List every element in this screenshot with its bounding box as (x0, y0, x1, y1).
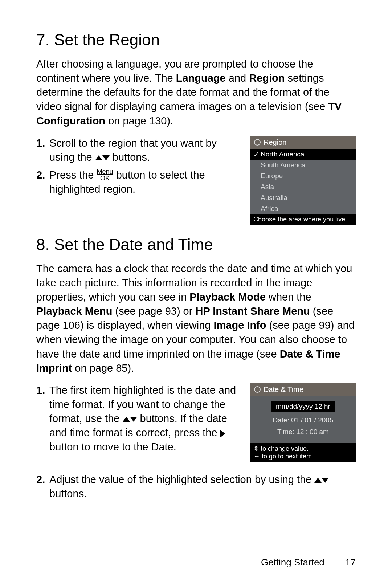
lcd-datetime-title: Date & Time (264, 385, 303, 394)
arrow-down-icon (130, 417, 137, 422)
section7-steps: Scroll to the region that you want by us… (36, 136, 245, 200)
step-1: The first item highlighted is the date a… (36, 383, 245, 454)
text: (see page 93) or (113, 305, 196, 317)
text: to change value. (261, 445, 309, 452)
bold: Playback Menu (36, 305, 113, 317)
bold: Playback Mode (189, 291, 266, 303)
step-1: Scroll to the region that you want by us… (36, 136, 245, 164)
arrow-right-icon (220, 430, 225, 437)
clock-icon (254, 386, 261, 393)
globe-icon (254, 139, 261, 146)
footer-line1: ⇕ to change value. (253, 445, 353, 453)
text: buttons. (113, 151, 150, 163)
arrow-up-icon (314, 478, 322, 483)
text: button to move to the Date. (49, 441, 176, 453)
lcd-date-line: Date: 01 / 01 / 2005 (254, 416, 352, 424)
ok-label: OK (97, 175, 113, 181)
check-icon: ✓ (253, 150, 259, 159)
lcd-datetime-format: mm/dd/yyyy 12 hr (271, 401, 335, 412)
text: to go to next item. (262, 453, 314, 460)
text: and (226, 72, 249, 84)
section8-step2-list: Adjust the value of the highlighted sele… (36, 473, 356, 501)
lcd-item: Asia (250, 181, 356, 192)
text: Adjust the value of the highlighted sele… (49, 474, 314, 485)
bold: HP Instant Share Menu (195, 305, 310, 317)
lcd-datetime-screenshot: Date & Time mm/dd/yyyy 12 hr Date: 01 / … (250, 383, 356, 462)
section8-intro: The camera has a clock that records the … (36, 262, 356, 375)
section8-step1-row: The first item highlighted is the date a… (36, 383, 356, 462)
text: Press the (49, 169, 97, 181)
lcd-time-line: Time: 12 : 00 am (254, 428, 352, 436)
lcd-datetime-header: Date & Time (250, 383, 356, 396)
step-2: Adjust the value of the highlighted sele… (36, 473, 356, 501)
arrow-down-icon (102, 155, 110, 160)
text: on page 85). (72, 362, 134, 374)
text: buttons. (49, 488, 87, 499)
footer-section: Getting Started (261, 557, 324, 568)
lcd-item: Africa (250, 203, 356, 214)
lcd-region-header: Region (250, 136, 356, 149)
arrow-up-icon (123, 417, 130, 422)
menu-label: Menu (97, 168, 113, 175)
text: on page 130). (105, 115, 173, 127)
lcd-item: South America (250, 160, 356, 171)
footer-page-number: 17 (345, 557, 356, 568)
arrow-down-icon (322, 478, 329, 483)
bold: Image Info (213, 319, 266, 331)
section8-heading: 8. Set the Date and Time (36, 236, 356, 254)
lcd-region-screenshot: Region ✓North America South America Euro… (250, 136, 356, 225)
step-2: Press the Menu OK button to select the h… (36, 168, 245, 196)
section7-heading: 7. Set the Region (36, 31, 356, 49)
lcd-item-selected: ✓North America (250, 149, 356, 160)
lcd-datetime-body: mm/dd/yyyy 12 hr Date: 01 / 01 / 2005 Ti… (250, 396, 356, 443)
footer-line2: ↔ to go to next item. (253, 453, 353, 460)
lcd-item-label: North America (261, 150, 304, 158)
section8-step1: The first item highlighted is the date a… (36, 383, 245, 458)
arrow-up-icon (95, 155, 102, 160)
bold-language: Language (176, 72, 226, 84)
lcd-region-footer: Choose the area where you live. (250, 214, 356, 225)
menu-ok-icon: Menu OK (97, 168, 113, 181)
section7-steps-row: Scroll to the region that you want by us… (36, 136, 356, 225)
lcd-region-title: Region (264, 138, 286, 147)
bold-region: Region (249, 72, 285, 84)
page-footer: Getting Started 17 (261, 557, 356, 568)
lcd-item: Europe (250, 171, 356, 181)
lcd-item: Australia (250, 192, 356, 203)
text: when the (266, 291, 311, 303)
lcd-datetime-footer: ⇕ to change value. ↔ to go to next item. (250, 443, 356, 462)
section7-intro: After choosing a language, you are promp… (36, 57, 356, 128)
